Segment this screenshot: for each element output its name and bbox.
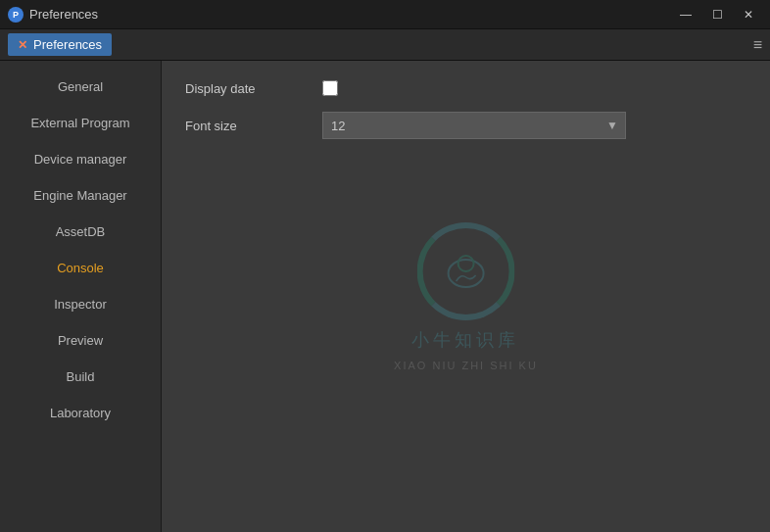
title-bar-controls: — ☐ ✕	[672, 5, 762, 24]
svg-point-0	[448, 260, 483, 287]
font-size-select[interactable]: 10 11 12 13 14 16 18	[322, 112, 626, 139]
sidebar-item-inspector[interactable]: Inspector	[0, 286, 161, 322]
app-title: Preferences	[29, 7, 98, 22]
sidebar-item-device-manager[interactable]: Device manager	[0, 141, 161, 177]
close-tab-icon[interactable]: ✕	[18, 38, 27, 52]
watermark-text: 小牛知识库	[411, 328, 519, 352]
display-date-label: Display date	[185, 81, 322, 96]
sidebar-item-preview[interactable]: Preview	[0, 322, 161, 359]
main-layout: General External Program Device manager …	[0, 61, 770, 532]
sidebar-item-console[interactable]: Console	[0, 250, 161, 286]
app-icon: P	[8, 7, 24, 23]
sidebar-item-laboratory[interactable]: Laboratory	[0, 395, 161, 431]
sidebar: General External Program Device manager …	[0, 61, 162, 532]
sidebar-item-engine-manager[interactable]: Engine Manager	[0, 177, 161, 214]
minimize-button[interactable]: —	[672, 5, 699, 24]
font-size-select-wrapper: 10 11 12 13 14 16 18 ▼	[322, 112, 626, 139]
menu-icon[interactable]: ≡	[753, 36, 762, 54]
sidebar-item-build[interactable]: Build	[0, 359, 161, 395]
close-button[interactable]: ✕	[735, 5, 762, 24]
display-date-checkbox[interactable]	[322, 80, 338, 96]
svg-point-1	[457, 256, 473, 271]
watermark-svg	[436, 242, 495, 301]
tab-bar: ✕ Preferences ≡	[0, 29, 770, 61]
font-size-row: Font size 10 11 12 13 14 16 18 ▼	[185, 112, 746, 139]
display-date-row: Display date	[185, 80, 746, 96]
content-area: Display date Font size 10 11 12 13 14 16…	[162, 61, 770, 532]
maximize-button[interactable]: ☐	[703, 5, 731, 24]
title-bar-left: P Preferences	[8, 7, 98, 23]
watermark: 小牛知识库 XIAO NIU ZHI SHI KU	[394, 222, 538, 371]
font-size-label: Font size	[185, 119, 322, 133]
sidebar-item-assetdb[interactable]: AssetDB	[0, 214, 161, 250]
watermark-circle	[416, 222, 514, 320]
title-bar: P Preferences — ☐ ✕	[0, 0, 770, 29]
sidebar-item-general[interactable]: General	[0, 69, 161, 105]
sidebar-item-external-program[interactable]: External Program	[0, 105, 161, 141]
watermark-subtext: XIAO NIU ZHI SHI KU	[394, 360, 538, 371]
tab-label: Preferences	[33, 37, 102, 52]
preferences-tab[interactable]: ✕ Preferences	[8, 33, 112, 56]
